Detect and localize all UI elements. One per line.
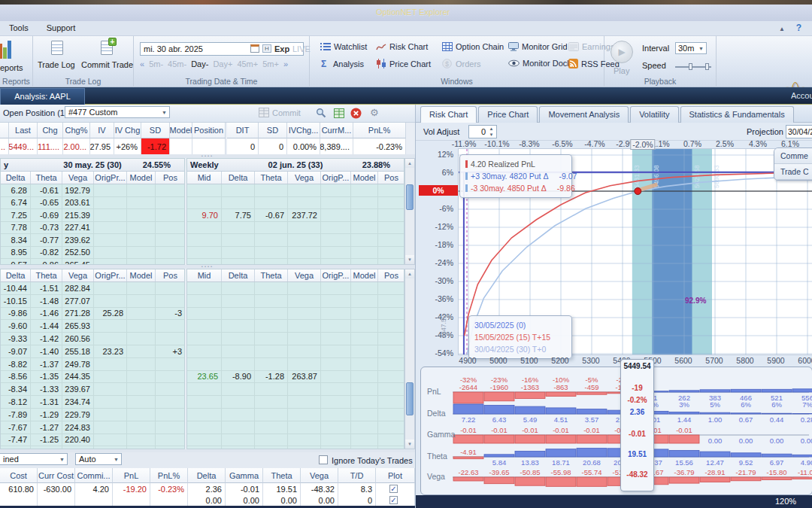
option-row[interactable]: 9.57-0.86265.45 <box>1 259 184 265</box>
option-row[interactable] <box>187 320 404 333</box>
nav-day-[interactable]: Day+ <box>213 59 232 68</box>
hour-icon[interactable]: H <box>262 44 271 53</box>
ribbon-button-watchlist[interactable]: Watchlist <box>320 42 367 53</box>
scroll-up-icon[interactable]: ▲ <box>405 269 414 278</box>
option-row[interactable] <box>187 421 404 434</box>
ribbon-button-price-chart[interactable]: Price Chart <box>376 59 431 70</box>
projection-date-field[interactable]: 30/04/202 <box>786 125 812 138</box>
ribbon-button-analysis[interactable]: ΣAnalysis <box>320 59 364 70</box>
calendar-icon[interactable] <box>250 44 259 53</box>
vol-adjust-spinner[interactable]: 0 ▲▼ <box>468 125 497 138</box>
trade-calculator-button[interactable]: Trade C <box>774 164 812 180</box>
option-row[interactable] <box>187 358 404 371</box>
tab-risk-chart[interactable]: Risk Chart <box>420 106 477 123</box>
option-row[interactable] <box>187 345 404 358</box>
ribbon-button-risk-chart[interactable]: Risk Chart <box>376 42 428 53</box>
col-header-sd: SD <box>259 123 287 138</box>
option-row[interactable] <box>187 409 404 421</box>
close-position-icon[interactable] <box>350 108 362 120</box>
ribbon-button-monitor-dock[interactable]: Monitor Dock <box>508 59 571 69</box>
option-row[interactable]: -7.67-1.27224.83 <box>1 421 184 434</box>
scroll-thumb[interactable] <box>406 184 414 210</box>
option-row[interactable]: 8.34-0.77239.62 <box>1 234 184 247</box>
commit-button[interactable]: Commit <box>272 108 301 117</box>
option-row[interactable]: 8.95-0.82252.50 <box>1 247 184 260</box>
option-row[interactable] <box>187 383 404 396</box>
auto-select[interactable]: Auto ▼ <box>75 453 122 465</box>
spinner-arrows-icon[interactable]: ▲▼ <box>487 126 495 138</box>
play-button[interactable]: ▶ <box>611 41 633 63</box>
nav-45m-[interactable]: 45m+ <box>237 59 258 68</box>
tab-price-chart[interactable]: Price Chart <box>478 106 538 123</box>
interval-select[interactable]: 30m ▼ <box>675 42 707 54</box>
option-row[interactable]: 7.25-0.69215.39 <box>1 209 184 222</box>
option-row[interactable] <box>187 247 404 260</box>
scrollbar[interactable]: ▲▼ <box>404 158 415 265</box>
scrollbar[interactable]: ▲▼ <box>404 269 415 449</box>
ribbon-button-monitor-grid[interactable]: Monitor Grid <box>508 42 568 53</box>
option-row[interactable] <box>187 434 404 447</box>
option-row[interactable] <box>187 308 404 321</box>
strategy-select[interactable]: #477 Custom ▼ <box>65 106 170 118</box>
gear-icon[interactable]: ⚙ <box>370 107 381 120</box>
option-row[interactable] <box>187 234 404 247</box>
option-row[interactable]: -8.34-1.33239.67 <box>1 383 184 396</box>
option-row[interactable]: -8.56-1.35244.35 <box>1 371 184 384</box>
reports-icon[interactable] <box>0 41 11 59</box>
search-icon[interactable] <box>316 108 326 120</box>
nav-back-icon[interactable]: « <box>140 59 144 68</box>
position-row[interactable]: ...5449...-111....-2.00...27.95+26%-1.72… <box>0 138 415 154</box>
trading-date-field[interactable]: mi. 30 abr. 2025 H Exp LIVE <box>140 42 304 56</box>
option-row[interactable]: -9.33-1.42260.56 <box>1 333 184 345</box>
option-row[interactable] <box>187 197 404 210</box>
tab-statistics-fundamentals[interactable]: Statistics & Fundamentals <box>680 106 794 123</box>
option-row[interactable]: -8.82-1.37249.78 <box>1 358 184 371</box>
view-mode-select[interactable]: ined ▼ <box>0 453 68 465</box>
ribbon-collapse-icon[interactable]: ▲ <box>779 26 785 32</box>
option-row[interactable] <box>187 333 404 345</box>
plot-checkbox[interactable]: ✓ <box>389 496 398 504</box>
option-row[interactable]: 7.78-0.73227.41 <box>1 222 184 235</box>
option-row[interactable] <box>187 222 404 235</box>
option-row[interactable] <box>187 184 404 197</box>
nav-forward-icon[interactable]: » <box>283 59 288 68</box>
menu-support[interactable]: Support <box>38 21 85 35</box>
menu-tools[interactable]: Tools <box>0 21 38 35</box>
option-row[interactable]: 9.707.75-0.67237.72 <box>187 209 404 222</box>
y-axis-tick: -30% <box>416 276 453 285</box>
option-row[interactable]: 6.74-0.65203.61 <box>1 197 184 210</box>
scroll-down-icon[interactable]: ▼ <box>405 440 414 449</box>
scroll-thumb[interactable] <box>406 382 414 415</box>
option-row[interactable] <box>187 396 404 409</box>
nav-5m-[interactable]: 5m+ <box>262 59 279 68</box>
option-row[interactable]: -9.60-1.44265.93 <box>1 320 184 333</box>
option-row[interactable]: -9.86-1.46271.2825.28-3 <box>1 308 184 321</box>
tab-volatility[interactable]: Volatility <box>630 106 678 123</box>
scroll-down-icon[interactable]: ▼ <box>405 255 414 264</box>
splitter-handle[interactable]: •••• <box>0 265 415 269</box>
scroll-up-icon[interactable]: ▲ <box>405 159 414 168</box>
option-row[interactable]: 6.28-0.61192.79 <box>1 184 184 197</box>
comments-button[interactable]: Comme <box>774 148 812 164</box>
option-row[interactable]: 23.65-8.90-1.28263.87 <box>187 371 404 384</box>
export-table-icon[interactable] <box>334 108 344 120</box>
nav-5m-[interactable]: 5m- <box>149 59 163 68</box>
option-row[interactable] <box>187 295 404 308</box>
tab-movement-analysis[interactable]: Movement Analysis <box>539 106 629 123</box>
help-icon[interactable]: ? <box>796 23 801 33</box>
ribbon-button-option-chain[interactable]: Option Chain <box>442 42 504 53</box>
ignore-trades-checkbox[interactable] <box>319 455 328 464</box>
nav-45m-[interactable]: 45m- <box>168 59 186 68</box>
option-row[interactable]: -9.07-1.40255.1823.23+3 <box>1 345 184 358</box>
option-row[interactable]: -7.89-1.29229.79 <box>1 409 184 421</box>
option-row[interactable]: -10.44-1.51282.84 <box>1 282 184 295</box>
reports-button[interactable]: Reports <box>0 63 23 72</box>
option-row[interactable]: -10.15-1.48277.07 <box>1 295 184 308</box>
option-row[interactable]: -7.47-1.25220.40 <box>1 434 184 447</box>
tab-analysis-aapl[interactable]: Analysis: AAPL <box>0 88 85 105</box>
option-row[interactable] <box>187 282 404 295</box>
nav-day-[interactable]: Day- <box>191 59 208 68</box>
option-row[interactable] <box>187 259 404 265</box>
plot-checkbox[interactable]: ✓ <box>389 485 398 493</box>
option-row[interactable]: -8.12-1.31234.74 <box>1 396 184 409</box>
